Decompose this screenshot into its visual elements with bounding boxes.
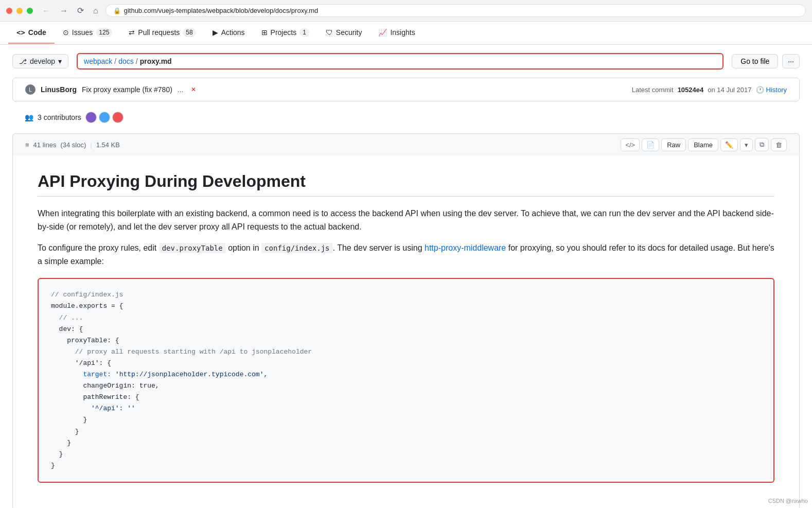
separator: |: [90, 141, 92, 149]
watermark: CSDN @nxwho: [768, 498, 808, 504]
branch-name: develop: [30, 57, 55, 65]
go-to-file-button[interactable]: Go to file: [732, 54, 778, 68]
toolbar-actions: </> 📄 Raw Blame ✏️ ▾ ⧉ 🗑: [621, 138, 787, 151]
nav-issues[interactable]: ⊙ Issues 125: [55, 22, 121, 44]
commit-hash[interactable]: 10524e4: [678, 86, 704, 94]
branch-icon: ⎇: [19, 58, 27, 65]
para2-code2: config/index.js: [261, 243, 332, 253]
back-button[interactable]: ←: [39, 5, 54, 16]
blame-button[interactable]: Blame: [688, 138, 718, 151]
history-clock-icon: 🕐: [756, 86, 764, 94]
url-text: github.com/vuejs-templates/webpack/blob/…: [124, 7, 319, 14]
commit-author[interactable]: LinusBorg: [41, 85, 77, 94]
file-info: ≡ 41 lines (34 sloc) | 1.54 KB: [25, 141, 120, 149]
forward-button[interactable]: →: [57, 5, 71, 16]
actions-label: Actions: [221, 28, 245, 37]
browser-nav-buttons: ← → ⟳ ⌂: [39, 5, 101, 16]
commit-info-right: Latest commit 10524e4 on 14 Jul 2017 🕐 H…: [632, 86, 787, 94]
issues-icon: ⊙: [63, 28, 69, 37]
projects-label: Projects: [271, 28, 297, 37]
page-title: API Proxying During Development: [38, 172, 774, 197]
history-link[interactable]: 🕐 History: [756, 86, 787, 94]
code-icon: <>: [16, 28, 25, 37]
para2-text-before: To configure the proxy rules, edit: [38, 243, 159, 252]
commit-bar: L LinusBorg Fix proxy example (fix #780)…: [12, 78, 800, 101]
nav-pull-requests[interactable]: ⇄ Pull requests 58: [120, 22, 204, 44]
edit-button[interactable]: ✏️: [720, 138, 738, 151]
browser-chrome: ← → ⟳ ⌂ 🔒 github.com/vuejs-templates/web…: [0, 0, 812, 22]
contributors-icon: 👥: [25, 113, 33, 121]
nav-actions[interactable]: ▶ Actions: [204, 22, 253, 44]
issues-label: Issues: [72, 28, 93, 37]
actions-icon: ▶: [213, 28, 218, 37]
projects-icon: ⊞: [261, 28, 268, 37]
chevron-down-icon: ▾: [58, 57, 62, 65]
branch-selector[interactable]: ⎇ develop ▾: [12, 54, 68, 68]
insights-icon: 📈: [378, 28, 387, 37]
nav-code[interactable]: <> Code: [8, 22, 55, 44]
insights-label: Insights: [390, 28, 415, 37]
issues-count: 125: [96, 28, 112, 37]
nav-projects[interactable]: ⊞ Projects 1: [253, 22, 317, 44]
para2-text-after: . The dev server is using: [333, 243, 425, 252]
pr-count: 58: [183, 28, 196, 37]
commit-message: Fix proxy example (fix #780): [82, 85, 172, 94]
contributor-avatar-2[interactable]: [99, 112, 110, 123]
browser-maximize-btn[interactable]: [27, 8, 33, 14]
contributor-avatars: [85, 112, 123, 123]
avatar: L: [25, 84, 36, 95]
path-part-webpack[interactable]: webpack: [84, 57, 112, 65]
copy-path-button[interactable]: 📄: [642, 138, 659, 151]
security-icon: 🛡: [326, 28, 333, 37]
commit-info-left: L LinusBorg Fix proxy example (fix #780)…: [25, 84, 196, 95]
browser-minimize-btn[interactable]: [16, 8, 23, 14]
code-content: // config/index.js module.exports = { //…: [51, 289, 761, 471]
sloc-count: (34 sloc): [60, 141, 86, 149]
close-icon[interactable]: ✕: [191, 86, 196, 93]
pr-label: Pull requests: [138, 28, 180, 37]
line-count: 41 lines: [33, 141, 57, 149]
lock-icon: 🔒: [113, 7, 121, 14]
edit-dropdown-button[interactable]: ▾: [740, 138, 753, 151]
commit-date: on 14 Jul 2017: [708, 86, 751, 94]
breadcrumb-area: ⎇ develop ▾ webpack / docs / proxy.md Go…: [0, 45, 812, 78]
nav-security[interactable]: 🛡 Security: [317, 22, 370, 44]
more-options-button[interactable]: ···: [782, 54, 800, 68]
commit-dots: ...: [178, 85, 184, 94]
path-sep-2: /: [136, 57, 138, 65]
history-label: History: [766, 86, 787, 94]
path-sep-1: /: [114, 57, 116, 65]
http-proxy-middleware-link[interactable]: http-proxy-middleware: [425, 243, 506, 252]
contributors-count: 3 contributors: [38, 113, 81, 121]
file-size: 1.54 KB: [96, 141, 120, 149]
repo-nav: <> Code ⊙ Issues 125 ⇄ Pull requests 58 …: [0, 22, 812, 45]
raw-button[interactable]: Raw: [661, 138, 686, 151]
contributors-bar: 👥 3 contributors: [12, 106, 800, 129]
list-icon: ≡: [25, 141, 29, 149]
security-label: Security: [336, 28, 362, 37]
path-part-docs[interactable]: docs: [118, 57, 134, 65]
code-view-button[interactable]: </>: [621, 138, 640, 151]
delete-button[interactable]: 🗑: [771, 138, 787, 151]
nav-insights[interactable]: 📈 Insights: [370, 22, 423, 44]
code-block: // config/index.js module.exports = { //…: [38, 278, 774, 483]
latest-commit-label: Latest commit: [632, 86, 674, 94]
address-bar[interactable]: 🔒 github.com/vuejs-templates/webpack/blo…: [105, 4, 806, 17]
file-content: API Proxying During Development When int…: [12, 155, 800, 508]
path-part-file: proxy.md: [140, 57, 172, 65]
home-button[interactable]: ⌂: [90, 5, 101, 16]
breadcrumb-actions: Go to file ···: [732, 54, 800, 68]
para2-code1: dev.proxyTable: [159, 243, 226, 253]
browser-close-btn[interactable]: [6, 8, 12, 14]
reload-button[interactable]: ⟳: [74, 5, 87, 16]
contributor-avatar-3[interactable]: [112, 112, 123, 123]
para2-text-mid: option in: [226, 243, 261, 252]
contributor-avatar-1[interactable]: [85, 112, 97, 123]
code-label: Code: [28, 28, 46, 37]
file-toolbar: ≡ 41 lines (34 sloc) | 1.54 KB </> 📄 Raw…: [12, 133, 800, 155]
paragraph-1: When integrating this boilerplate with a…: [38, 207, 774, 233]
paragraph-2: To configure the proxy rules, edit dev.p…: [38, 241, 774, 268]
copy-button[interactable]: ⧉: [755, 138, 769, 151]
pr-icon: ⇄: [129, 28, 135, 37]
file-path-breadcrumb: webpack / docs / proxy.md: [77, 53, 723, 69]
